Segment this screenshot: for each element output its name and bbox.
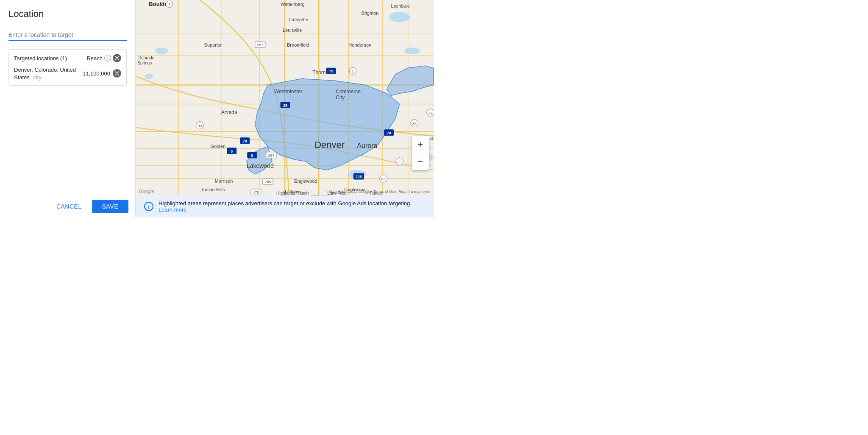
location-type: city bbox=[33, 74, 42, 81]
svg-text:Lafayette: Lafayette bbox=[289, 17, 308, 22]
location-name-wrapper: Denver, Colorado, United States city bbox=[14, 66, 83, 81]
svg-text:25: 25 bbox=[283, 103, 287, 108]
reach-wrapper: Reach i bbox=[86, 54, 121, 62]
svg-text:225: 225 bbox=[356, 175, 362, 179]
svg-text:70: 70 bbox=[243, 139, 247, 143]
zoom-controls: + − bbox=[412, 136, 429, 170]
report-map-error-link[interactable]: Report a map error bbox=[398, 190, 431, 194]
svg-text:Broomfield: Broomfield bbox=[287, 42, 309, 47]
svg-text:Arvada: Arvada bbox=[221, 109, 237, 115]
bottom-section: CANCEL SAVE i Highlighted areas represen… bbox=[0, 195, 434, 218]
svg-point-17 bbox=[389, 12, 410, 22]
svg-text:Lakewood: Lakewood bbox=[247, 162, 274, 169]
svg-text:Commerce: Commerce bbox=[336, 89, 361, 95]
svg-text:Brighton: Brighton bbox=[361, 11, 378, 16]
svg-text:Thornton: Thornton bbox=[312, 70, 333, 75]
svg-text:Westminster: Westminster bbox=[274, 89, 303, 95]
map-panel: Boulder 7 Wattenberg Lafayette Louisvill… bbox=[136, 0, 434, 195]
svg-text:Superior: Superior bbox=[204, 42, 222, 47]
svg-text:Henderson: Henderson bbox=[348, 42, 371, 47]
panel-title: Location bbox=[8, 8, 127, 20]
svg-text:285: 285 bbox=[264, 180, 271, 184]
left-panel: Location Targeted locations (1) Reach i bbox=[0, 0, 136, 195]
location-reach-value: 11,100,000 bbox=[83, 70, 110, 77]
svg-text:30: 30 bbox=[398, 160, 402, 164]
svg-text:70: 70 bbox=[387, 131, 391, 135]
map-attribution: Map data ©2022 Google Terms of Use Repor… bbox=[329, 190, 431, 194]
svg-text:287: 287 bbox=[268, 153, 274, 158]
svg-point-21 bbox=[145, 74, 153, 79]
map-container: Boulder 7 Wattenberg Lafayette Louisvill… bbox=[136, 0, 434, 195]
svg-text:Englewood: Englewood bbox=[294, 178, 317, 184]
svg-text:Eldorado: Eldorado bbox=[137, 56, 155, 60]
map-data-text: Map data ©2022 Google bbox=[329, 190, 371, 194]
location-name: Denver, Colorado, United States bbox=[14, 67, 76, 81]
svg-text:Denver: Denver bbox=[314, 139, 345, 150]
targeted-label: Targeted locations (1) bbox=[14, 55, 67, 61]
google-logo: Google bbox=[139, 189, 154, 194]
svg-text:Golden: Golden bbox=[211, 144, 226, 149]
info-bar: i Highlighted areas represent places adv… bbox=[136, 195, 434, 218]
svg-text:6: 6 bbox=[231, 149, 233, 153]
location-remove-icon[interactable] bbox=[113, 69, 121, 78]
svg-text:Wattenberg: Wattenberg bbox=[281, 2, 305, 7]
action-buttons-area: CANCEL SAVE bbox=[0, 195, 136, 218]
svg-point-18 bbox=[405, 47, 420, 54]
svg-text:7: 7 bbox=[168, 3, 170, 7]
svg-text:Louisville: Louisville bbox=[283, 28, 302, 33]
info-text: Highlighted areas represent places adver… bbox=[159, 200, 426, 213]
svg-text:470: 470 bbox=[253, 190, 259, 195]
svg-text:Lochbuie: Lochbuie bbox=[391, 3, 410, 8]
learn-more-link[interactable]: Learn more bbox=[159, 206, 186, 213]
svg-text:93: 93 bbox=[198, 124, 202, 128]
cancel-button[interactable]: CANCEL bbox=[50, 200, 89, 213]
svg-text:2: 2 bbox=[352, 69, 354, 73]
terms-of-use-link[interactable]: Terms of Use bbox=[373, 190, 396, 194]
svg-text:Indian Hills: Indian Hills bbox=[202, 187, 225, 192]
svg-text:Aurora: Aurora bbox=[357, 142, 377, 149]
svg-text:Springs: Springs bbox=[137, 61, 152, 65]
location-search-input[interactable] bbox=[8, 30, 127, 40]
reach-text: Reach bbox=[86, 55, 103, 61]
svg-text:6: 6 bbox=[251, 153, 253, 158]
location-row: Denver, Colorado, United States city 11,… bbox=[14, 66, 121, 81]
zoom-in-button[interactable]: + bbox=[412, 136, 429, 153]
svg-point-20 bbox=[155, 47, 168, 54]
svg-text:City: City bbox=[336, 95, 345, 100]
svg-text:287: 287 bbox=[257, 43, 263, 47]
info-icon: i bbox=[144, 202, 153, 211]
save-button[interactable]: SAVE bbox=[92, 200, 128, 213]
svg-text:79: 79 bbox=[428, 111, 433, 115]
bottom-combined: CANCEL SAVE i Highlighted areas represen… bbox=[0, 195, 434, 218]
targeted-locations-header: Targeted locations (1) Reach i bbox=[14, 54, 121, 62]
zoom-out-button[interactable]: − bbox=[412, 153, 429, 170]
svg-text:36: 36 bbox=[412, 122, 417, 126]
location-input-wrapper[interactable] bbox=[8, 30, 127, 41]
svg-text:Morrison: Morrison bbox=[215, 178, 233, 184]
targeted-close-icon[interactable] bbox=[113, 54, 121, 62]
full-wrapper: Location Targeted locations (1) Reach i bbox=[0, 0, 434, 218]
svg-text:83: 83 bbox=[381, 177, 385, 181]
map-svg: Boulder 7 Wattenberg Lafayette Louisvill… bbox=[136, 0, 434, 195]
location-reach-row: 11,100,000 bbox=[83, 69, 121, 78]
targeted-locations-box: Targeted locations (1) Reach i Denver, bbox=[8, 49, 127, 86]
reach-info-icon[interactable]: i bbox=[104, 55, 111, 61]
top-section: Location Targeted locations (1) Reach i bbox=[0, 0, 434, 195]
svg-text:Highlands Ranch: Highlands Ranch bbox=[276, 191, 309, 195]
